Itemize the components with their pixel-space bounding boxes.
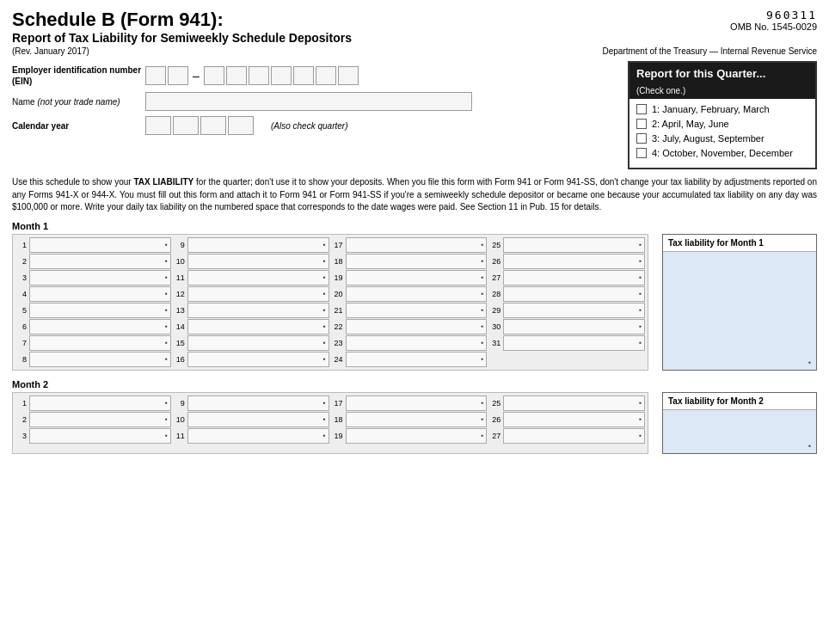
quarter-label-3: 3: July, August, September (652, 133, 765, 144)
month1-day10-field[interactable] (187, 254, 329, 269)
month1-col3: 17 18 19 20 21 22 23 24 (332, 237, 488, 367)
month1-day6-row: 6 (15, 319, 171, 334)
quarter-checkbox-2[interactable] (636, 119, 647, 129)
report-quarter-box: Report for this Quarter... (Check one.) … (628, 61, 817, 169)
form-subtitle: Report of Tax Liability for Semiweekly S… (12, 31, 352, 45)
month1-day30-field[interactable] (503, 319, 645, 334)
month1-day1-field[interactable] (29, 237, 171, 253)
month2-day17-field[interactable] (346, 396, 488, 411)
cal-box-2[interactable] (173, 116, 199, 135)
month1-day16-field[interactable] (187, 352, 329, 367)
month2-label: Month 2 (12, 379, 817, 389)
month1-day2-row: 2 (15, 254, 171, 269)
barcode: 960311 (730, 9, 817, 21)
month1-day2-field[interactable] (29, 254, 171, 269)
month1-day23-field[interactable] (346, 335, 488, 351)
also-check-quarter: (Also check quarter) (271, 121, 347, 131)
month1-day8-field[interactable] (29, 352, 171, 367)
month1-day11-field[interactable] (187, 270, 329, 285)
quarter-checkbox-1[interactable] (636, 104, 647, 114)
quarter-option-2[interactable]: 2: April, May, June (636, 119, 808, 129)
month1-day22-field[interactable] (346, 319, 488, 334)
quarter-label-2: 2: April, May, June (652, 119, 729, 129)
month1-day24-field[interactable] (346, 352, 488, 367)
month1-day21-field[interactable] (346, 303, 488, 318)
quarter-checkbox-3[interactable] (636, 133, 647, 144)
month2-col3: 17 18 19 (332, 396, 488, 451)
rev-date: (Rev. January 2017) (12, 46, 89, 56)
ein-box-3[interactable] (204, 66, 224, 85)
omb-number: OMB No. 1545-0029 (730, 21, 817, 32)
month1-day20-field[interactable] (346, 286, 488, 302)
tax-liability-month2-field[interactable] (663, 410, 816, 453)
month1-day18-field[interactable] (346, 254, 488, 269)
ein-box-4[interactable] (226, 66, 247, 85)
month2-day25-field[interactable] (503, 396, 645, 411)
month2-col4: 25 26 27 (489, 396, 645, 451)
month2-col2: 9 10 11 (174, 396, 329, 451)
month1-day3-field[interactable] (29, 270, 171, 285)
ein-box-7[interactable] (293, 66, 314, 85)
month1-day28-field[interactable] (503, 286, 645, 302)
month1-col2: 9 10 11 12 13 14 15 16 (174, 237, 329, 367)
month1-day9-field[interactable] (187, 237, 329, 253)
month1-day15-field[interactable] (187, 335, 329, 351)
month1-day4-row: 4 (15, 286, 171, 302)
page: Schedule B (Form 941): Report of Tax Lia… (0, 0, 829, 463)
cal-box-4[interactable] (228, 116, 254, 135)
calendar-year-label: Calendar year (12, 121, 145, 131)
month1-day13-field[interactable] (187, 303, 329, 318)
month1-day14-field[interactable] (187, 319, 329, 334)
month2-day19-field[interactable] (346, 428, 488, 444)
month2-day3-field[interactable] (29, 428, 171, 444)
month1-day26-field[interactable] (503, 254, 645, 269)
dept-name: Department of the Treasury — Internal Re… (602, 46, 817, 56)
month1-day31-field[interactable] (503, 335, 645, 351)
month1-col4: 25 26 27 28 29 30 31 (489, 237, 645, 367)
ein-box-2[interactable] (168, 66, 188, 85)
month2-day2-field[interactable] (29, 412, 171, 427)
month1-section: Month 1 1 2 3 (12, 221, 817, 371)
month1-day4-field[interactable] (29, 286, 171, 302)
month2-day10-field[interactable] (187, 412, 329, 427)
instructions-text: Use this schedule to show your TAX LIABI… (12, 176, 817, 214)
month1-day7-field[interactable] (29, 335, 171, 351)
month2-day9-field[interactable] (187, 396, 329, 411)
tax-liability-month2-box: Tax liability for Month 2 (662, 392, 817, 454)
tax-liability-month1-title: Tax liability for Month 1 (663, 235, 816, 252)
quarter-option-3[interactable]: 3: July, August, September (636, 133, 808, 144)
quarter-label-1: 1: January, February, March (652, 104, 770, 114)
month1-day6-field[interactable] (29, 319, 171, 334)
name-field[interactable] (145, 92, 472, 111)
month2-day26-field[interactable] (503, 412, 645, 427)
month1-day12-field[interactable] (187, 286, 329, 302)
month1-day5-field[interactable] (29, 303, 171, 318)
month2-day1-field[interactable] (29, 396, 171, 411)
month1-day27-field[interactable] (503, 270, 645, 285)
month2-day18-field[interactable] (346, 412, 488, 427)
month1-day17-field[interactable] (346, 237, 488, 253)
form-title: Schedule B (Form 941): (12, 9, 352, 31)
month1-day3-row: 3 (15, 270, 171, 285)
month1-day29-field[interactable] (503, 303, 645, 318)
month2-day11-field[interactable] (187, 428, 329, 444)
tax-liability-month1-field[interactable] (663, 252, 816, 370)
ein-box-6[interactable] (271, 66, 292, 85)
month2-day27-field[interactable] (503, 428, 645, 444)
cal-box-1[interactable] (145, 116, 171, 135)
quarter-label-4: 4: October, November, December (652, 148, 793, 158)
month1-day8-row: 8 (15, 352, 171, 367)
quarter-option-1[interactable]: 1: January, February, March (636, 104, 808, 114)
month1-day19-field[interactable] (346, 270, 488, 285)
name-label: Name (not your trade name) (12, 97, 145, 107)
ein-box-1[interactable] (145, 66, 166, 85)
tax-liability-month1-box: Tax liability for Month 1 (662, 234, 817, 371)
month1-day25-field[interactable] (503, 237, 645, 253)
cal-box-3[interactable] (200, 116, 226, 135)
quarter-checkbox-4[interactable] (636, 148, 647, 158)
month2-col1: 1 2 3 (15, 396, 171, 451)
quarter-option-4[interactable]: 4: October, November, December (636, 148, 808, 158)
ein-box-8[interactable] (316, 66, 336, 85)
ein-box-9[interactable] (338, 66, 359, 85)
ein-box-5[interactable] (249, 66, 269, 85)
